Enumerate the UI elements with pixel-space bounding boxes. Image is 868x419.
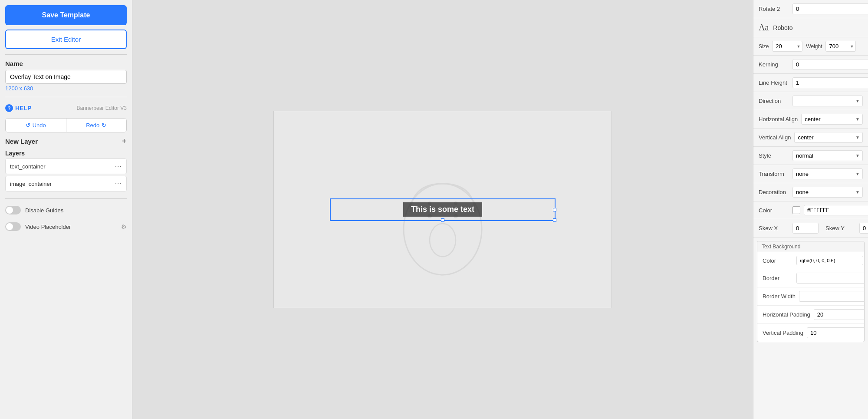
tb-h-padding-input[interactable] xyxy=(814,309,865,320)
h-align-row: Horizontal Align centerleftright ▼ xyxy=(753,110,868,129)
name-label: Name xyxy=(5,60,127,67)
layers-section: Layers text_container ··· image_containe… xyxy=(5,150,127,193)
font-icon: Aa xyxy=(759,23,769,33)
text-content: This is some text xyxy=(403,202,482,217)
undo-arrow-icon: ↺ xyxy=(26,122,30,129)
exit-editor-button[interactable]: Exit Editor xyxy=(5,30,127,49)
color-swatch[interactable] xyxy=(792,206,800,214)
help-row: ? HELP Bannerbear Editor V3 xyxy=(5,104,127,112)
transform-row: Transform noneuppercaselowercasecapitali… xyxy=(753,165,868,183)
skew-y-input[interactable] xyxy=(859,223,868,234)
tb-v-padding-input[interactable] xyxy=(807,327,865,338)
tb-border-label: Border xyxy=(763,275,793,281)
tb-color-row: Color xyxy=(757,252,864,269)
handle-bottom-right[interactable] xyxy=(553,218,556,222)
color-label: Color xyxy=(759,207,789,214)
style-select[interactable]: normalitalicoblique xyxy=(792,150,863,161)
weight-label: Weight xyxy=(806,43,822,49)
decoration-row: Decoration noneunderlineoverlineline-thr… xyxy=(753,183,868,201)
transform-label: Transform xyxy=(759,171,789,177)
svg-point-3 xyxy=(430,224,456,257)
tb-border-width-row: Border Width xyxy=(757,287,864,306)
layer-item-text-container[interactable]: text_container ··· xyxy=(5,158,127,174)
v-align-select[interactable]: centertopbottom xyxy=(794,132,863,143)
redo-label: Redo xyxy=(86,122,99,129)
layer-item-image-container[interactable]: image_container ··· xyxy=(5,176,127,191)
rotate2-label: Rotate 2 xyxy=(759,6,789,12)
style-row: Style normalitalicoblique ▼ xyxy=(753,147,868,165)
layer-name-text-container: text_container xyxy=(10,163,46,170)
sidebar: Save Template Exit Editor Name 1200 x 63… xyxy=(0,0,132,419)
v-align-select-wrapper: centertopbottom ▼ xyxy=(794,132,863,143)
direction-select[interactable]: ltr rtl xyxy=(792,96,863,106)
transform-select-wrapper: noneuppercaselowercasecapitalize ▼ xyxy=(792,168,863,179)
text-element[interactable]: This is some text xyxy=(330,198,556,221)
font-name: Roboto xyxy=(773,24,792,31)
name-section: Name 1200 x 630 xyxy=(5,60,127,92)
dimensions-link[interactable]: 1200 x 630 xyxy=(5,85,33,92)
handle-middle-right[interactable] xyxy=(553,208,556,211)
tb-h-padding-label: Horizontal Padding xyxy=(763,311,810,318)
disable-guides-label: Disable Guides xyxy=(25,207,63,214)
redo-button[interactable]: Redo ↻ xyxy=(66,119,127,132)
transform-select[interactable]: noneuppercaselowercasecapitalize xyxy=(792,168,863,179)
handle-bottom-middle[interactable] xyxy=(441,218,444,222)
decoration-select[interactable]: noneunderlineoverlineline-through xyxy=(792,187,863,198)
divider-3 xyxy=(5,198,127,199)
name-input[interactable] xyxy=(5,70,127,84)
new-layer-label: New Layer xyxy=(5,138,38,145)
skew-y-label: Skew Y xyxy=(825,225,856,231)
help-left: ? HELP xyxy=(5,104,31,112)
help-label: HELP xyxy=(15,105,31,112)
canvas-area: This is some text xyxy=(132,0,753,419)
editor-version: Bannerbear Editor V3 xyxy=(77,105,127,111)
v-align-label: Vertical Align xyxy=(759,134,791,141)
size-weight-row: Size 2012141618242832 ▼ Weight 700100200… xyxy=(753,37,868,56)
disable-guides-toggle[interactable] xyxy=(5,206,21,214)
direction-row: Direction ltr rtl ▼ xyxy=(753,92,868,110)
tb-v-padding-row: Vertical Padding xyxy=(757,324,864,342)
tb-h-padding-row: Horizontal Padding xyxy=(757,306,864,324)
disable-guides-row: Disable Guides xyxy=(5,204,127,216)
h-align-select-wrapper: centerleftright ▼ xyxy=(801,114,863,125)
layer-options-text-container[interactable]: ··· xyxy=(115,162,122,170)
weight-select[interactable]: 700100200300400500600800900 xyxy=(825,41,856,52)
add-layer-button[interactable]: + xyxy=(122,137,127,145)
rotate2-input[interactable] xyxy=(792,3,868,14)
size-label: Size xyxy=(759,43,769,49)
video-placeholder-gear-button[interactable]: ⚙ xyxy=(121,223,127,230)
video-placeholder-toggle[interactable] xyxy=(5,222,21,231)
help-icon: ? xyxy=(5,104,13,112)
skew-x-input[interactable] xyxy=(792,223,819,234)
color-input[interactable] xyxy=(804,205,868,215)
tb-border-input[interactable] xyxy=(796,273,865,284)
direction-select-wrapper: ltr rtl ▼ xyxy=(792,96,863,106)
rotate2-row: Rotate 2 xyxy=(753,0,868,18)
h-align-label: Horizontal Align xyxy=(759,116,798,122)
right-panel: Rotate 2 Aa Roboto Size 2012141618242832… xyxy=(753,0,868,419)
tb-color-input[interactable] xyxy=(796,256,863,265)
undo-button[interactable]: ↺ Undo xyxy=(6,119,66,132)
text-background-title: Text Background xyxy=(757,241,864,252)
undo-label: Undo xyxy=(33,122,46,129)
tb-border-width-input[interactable] xyxy=(799,291,865,302)
skew-row: Skew X Skew Y xyxy=(753,219,868,238)
save-template-button[interactable]: Save Template xyxy=(5,5,127,25)
size-select[interactable]: 2012141618242832 xyxy=(772,41,802,52)
kerning-label: Kerning xyxy=(759,61,789,68)
canvas-container[interactable]: This is some text xyxy=(273,111,612,308)
line-height-row: Line Height xyxy=(753,74,868,92)
line-height-label: Line Height xyxy=(759,79,789,86)
decoration-select-wrapper: noneunderlineoverlineline-through ▼ xyxy=(792,187,863,198)
direction-label: Direction xyxy=(759,98,789,104)
line-height-input[interactable] xyxy=(792,77,868,88)
size-select-wrapper: 2012141618242832 ▼ xyxy=(772,41,802,52)
kerning-input[interactable] xyxy=(792,59,868,70)
layer-options-image-container[interactable]: ··· xyxy=(115,180,122,188)
v-align-row: Vertical Align centertopbottom ▼ xyxy=(753,129,868,147)
h-align-select[interactable]: centerleftright xyxy=(801,114,863,125)
style-label: Style xyxy=(759,152,789,159)
undo-redo-row: ↺ Undo Redo ↻ xyxy=(5,118,127,132)
new-layer-row: New Layer + xyxy=(5,137,127,145)
divider-2 xyxy=(5,97,127,97)
